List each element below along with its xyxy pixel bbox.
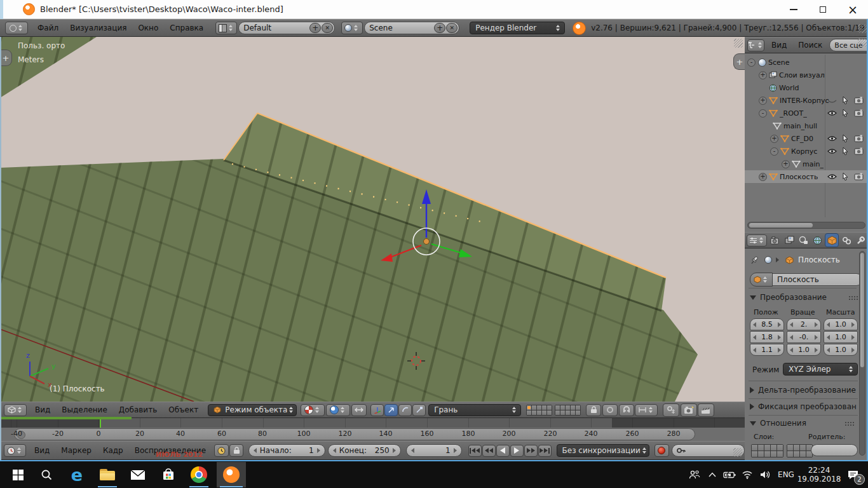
tray-chevron-button[interactable]	[704, 462, 721, 487]
delta-transform-panel-header[interactable]: Дельта-преобразование	[750, 384, 859, 396]
outliner-row-korpus[interactable]: - Корпус	[745, 145, 868, 158]
timeline-ruler[interactable]: -40 -20 0 20 40 60 80 100 120 140 160 18…	[0, 428, 745, 441]
editor-type-button-properties[interactable]	[747, 234, 767, 247]
outliner-row-main[interactable]: + main_	[745, 158, 868, 170]
menu-timeline-frame[interactable]: Кадр	[97, 446, 129, 455]
layers-group-2[interactable]	[555, 405, 581, 416]
tray-language-button[interactable]: ENG	[774, 462, 798, 487]
selectable-toggle-icon[interactable]	[842, 172, 849, 180]
menu-timeline-marker[interactable]: Маркер	[55, 446, 97, 455]
maximize-button[interactable]	[808, 0, 837, 19]
tab-render-layers[interactable]	[783, 234, 796, 247]
manipulate-centers-toggle[interactable]	[351, 404, 367, 416]
expander-icon[interactable]: +	[770, 135, 778, 143]
render-engine-select[interactable]: Рендер Blender	[470, 22, 565, 34]
expander-icon[interactable]: +	[759, 97, 767, 105]
outliner-row-root[interactable]: - _ROOT_	[745, 107, 868, 119]
snap-element-select[interactable]	[635, 404, 658, 416]
frame-end-field[interactable]: Конец: 250	[328, 444, 401, 457]
minimize-button[interactable]	[779, 0, 808, 19]
tray-volume-button[interactable]	[756, 462, 774, 487]
selectable-toggle-icon[interactable]	[842, 134, 849, 142]
lock-frame-range-toggle[interactable]	[229, 444, 243, 457]
transform-orientation-select[interactable]: Грань	[428, 404, 521, 416]
tray-wifi-button[interactable]	[738, 462, 756, 487]
menu-render[interactable]: Визуализация	[64, 24, 132, 32]
auto-keyframe-toggle[interactable]	[654, 444, 669, 457]
outliner-corner-grip[interactable]	[858, 38, 867, 47]
tray-clock-button[interactable]: 22:24 19.09.2018	[798, 462, 840, 487]
toolshelf-open-tab[interactable]: +	[0, 50, 12, 66]
play-reverse-button[interactable]	[496, 445, 510, 457]
pin-icon[interactable]	[750, 255, 759, 265]
proportional-edit-select[interactable]	[602, 404, 618, 416]
scene-icon-button[interactable]	[341, 22, 363, 34]
tray-battery-button[interactable]	[721, 462, 738, 487]
corner-grip[interactable]	[858, 24, 867, 33]
taskbar-edge-button[interactable]: e	[64, 462, 90, 487]
expander-icon[interactable]: +	[759, 173, 767, 181]
tab-render[interactable]	[769, 234, 782, 247]
add-layout-button[interactable]: +	[309, 23, 321, 33]
rotation-x-field[interactable]: 2.	[787, 318, 821, 330]
relations-panel-header[interactable]: Отношения	[750, 417, 859, 429]
screen-layout-field[interactable]: Default + ✕	[238, 22, 335, 34]
taskbar-chrome-button[interactable]	[186, 462, 212, 487]
hide-toggle-eye-icon[interactable]	[827, 148, 837, 154]
viewport-corner-grip[interactable]	[734, 39, 743, 48]
expander-icon[interactable]: -	[759, 109, 767, 118]
add-scene-button[interactable]: +	[434, 23, 445, 33]
menu-view3d-select[interactable]: Выделение	[56, 405, 112, 414]
menu-view3d-add[interactable]: Добавить	[113, 405, 163, 414]
properties-vscrollbar[interactable]	[859, 251, 865, 456]
outliner-row-main-hull[interactable]: main_hull	[745, 119, 868, 132]
action-center-button[interactable]: 2	[840, 462, 865, 487]
snap-toggle[interactable]	[619, 404, 634, 416]
scale-z-field[interactable]: 1.0	[824, 344, 858, 356]
editor-type-button-timeline[interactable]	[4, 444, 26, 457]
pivot-point-select[interactable]	[326, 404, 350, 416]
vscrollbar-thumb[interactable]	[860, 253, 864, 367]
mode-select[interactable]: Режим объекта	[208, 404, 297, 416]
tray-people-button[interactable]	[685, 462, 704, 487]
outliner-row-inter-korpus[interactable]: + INTER-Корпус	[745, 94, 868, 107]
tab-world[interactable]	[811, 234, 824, 247]
location-y-field[interactable]: 1.8	[750, 331, 784, 343]
taskbar-explorer-button[interactable]	[95, 462, 120, 487]
rotation-y-field[interactable]: -0.	[787, 331, 821, 343]
menu-view3d-object[interactable]: Объект	[163, 405, 204, 414]
selectable-toggle-icon[interactable]	[842, 147, 849, 155]
screen-layout-icon-button[interactable]	[215, 22, 237, 34]
tab-scene[interactable]	[797, 234, 810, 247]
window-titlebar[interactable]: Blender* [C:\Users\tvister\Desktop\Waco\…	[0, 0, 868, 19]
start-button[interactable]	[5, 462, 31, 487]
close-button[interactable]: ×	[837, 0, 868, 19]
taskbar-store-button[interactable]	[156, 462, 181, 487]
hide-toggle-eye-icon[interactable]	[827, 110, 837, 116]
timeline-region[interactable]: -40 -20 0 20 40 60 80 100 120 140 160 18…	[0, 418, 745, 441]
outliner-row-ploskost[interactable]: + Плоскость	[745, 170, 868, 183]
renderable-toggle-icon[interactable]	[854, 135, 864, 142]
menu-timeline-view[interactable]: Вид	[29, 446, 55, 455]
scale-x-field[interactable]: 1.0	[824, 318, 858, 330]
expander-icon[interactable]: -	[747, 58, 756, 67]
panel-drag-dots[interactable]	[848, 295, 858, 300]
use-preview-range-toggle[interactable]	[214, 444, 229, 457]
snap-peel-button[interactable]	[663, 403, 679, 417]
av-sync-select[interactable]: Без синхронизации	[557, 444, 649, 457]
outliner-row-scene[interactable]: - Scene	[745, 56, 868, 69]
tab-constraints[interactable]	[840, 234, 853, 247]
rotate-manipulator-toggle[interactable]	[398, 404, 412, 416]
renderable-toggle-icon[interactable]	[854, 109, 864, 117]
selectable-toggle-icon[interactable]	[842, 109, 849, 117]
scale-manipulator-toggle[interactable]	[412, 404, 426, 416]
outliner-row-world[interactable]: World	[745, 81, 868, 94]
jump-to-end-button[interactable]	[538, 445, 552, 457]
jump-to-start-button[interactable]	[468, 445, 482, 457]
delete-scene-button[interactable]: ✕	[446, 23, 458, 33]
location-x-field[interactable]: 8.5	[750, 318, 784, 330]
expander-icon[interactable]: +	[782, 160, 790, 168]
taskbar-search-button[interactable]	[34, 462, 59, 487]
taskbar-mail-button[interactable]	[125, 462, 151, 487]
object-name-input[interactable]: Плоскость	[773, 273, 863, 286]
